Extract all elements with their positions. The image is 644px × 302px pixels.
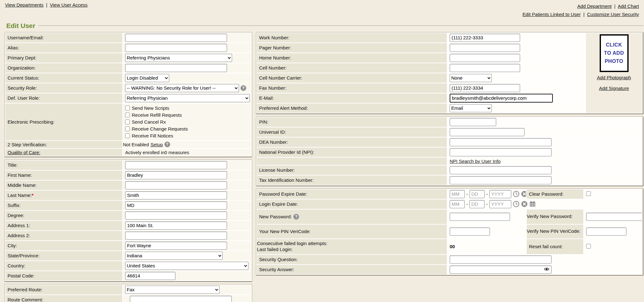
view-user-access-link[interactable]: View User Access [50, 2, 88, 8]
pin-input[interactable] [450, 118, 496, 126]
last-failed-login-label: Last failed Login: [257, 247, 447, 253]
alert-method-select[interactable]: Email [450, 104, 492, 112]
primary-dept-label: Primary Dept: [5, 53, 122, 63]
new-password-help-icon[interactable]: ? [293, 214, 299, 220]
clock-icon[interactable] [513, 201, 519, 207]
send-new-scripts-checkbox[interactable] [125, 106, 130, 110]
country-label: Country: [5, 261, 122, 271]
clear-date-icon[interactable] [521, 201, 528, 207]
pin-vericode-input[interactable] [450, 227, 490, 236]
receive-refill-requests-checkbox[interactable] [125, 113, 130, 117]
current-status-select[interactable]: Login Disabled [125, 74, 169, 82]
city-input[interactable] [125, 242, 227, 250]
address1-label: Address 1: [5, 221, 122, 230]
table-row: Quality of Care: Actively enrolled in0 m… [5, 149, 251, 156]
send-cancel-rx-checkbox[interactable] [125, 120, 130, 124]
alert-method-label: Preferred Alert Method: [257, 103, 447, 113]
receive-fill-notices-checkbox[interactable] [125, 133, 130, 138]
two-step-setup-link[interactable]: Setup [151, 142, 163, 147]
eye-icon[interactable] [544, 267, 549, 271]
receive-change-requests-checkbox[interactable] [125, 126, 130, 131]
email-label: E-Mail: [257, 93, 447, 103]
npi-search-link[interactable]: NPI Search by User Info [450, 159, 501, 164]
add-signature-link[interactable]: Add Signature [599, 86, 629, 91]
preferred-route-select[interactable]: Fax [125, 286, 219, 294]
email-input[interactable] [450, 94, 553, 103]
username-input[interactable] [125, 34, 227, 42]
top-right-links: Add Department | Add Chart Edit Patients… [523, 2, 639, 19]
organization-input[interactable] [125, 64, 227, 72]
login-expire-mm-input[interactable] [450, 200, 465, 208]
work-number-input[interactable] [450, 34, 520, 42]
customize-user-security-link[interactable]: Customize User Security [587, 12, 639, 17]
license-number-input[interactable] [450, 166, 552, 174]
add-department-link[interactable]: Add Department [577, 3, 612, 9]
edit-patients-linked-link[interactable]: Edit Patients Linked to User [523, 12, 581, 17]
npi-input[interactable] [450, 148, 552, 156]
dea-number-input[interactable] [450, 138, 552, 146]
verify-new-password-input[interactable] [586, 213, 642, 221]
universal-id-input[interactable] [450, 128, 525, 136]
middle-name-input[interactable] [125, 181, 227, 189]
fax-number-input[interactable] [450, 84, 520, 92]
cell-carrier-select[interactable]: None [450, 74, 492, 82]
alias-input[interactable] [125, 44, 227, 52]
table-row: Degree: [5, 211, 251, 220]
table-row: Tax Identification Number: [257, 176, 642, 185]
last-name-input[interactable] [125, 191, 227, 199]
verify-pin-vericode-input[interactable] [586, 227, 626, 236]
pager-number-input[interactable] [450, 44, 520, 52]
add-photograph-link[interactable]: Add Photograph [597, 75, 631, 80]
first-name-input[interactable] [125, 171, 227, 179]
clear-password-checkbox[interactable] [586, 191, 591, 196]
primary-dept-select[interactable]: Referring Physicians [125, 54, 232, 62]
security-role-help-icon[interactable]: ? [241, 85, 246, 91]
password-expire-mm-input[interactable] [450, 190, 465, 198]
address1-input[interactable] [125, 221, 227, 230]
new-password-input[interactable] [450, 213, 510, 221]
table-row: Country: United States [5, 261, 251, 271]
degree-input[interactable] [125, 211, 227, 220]
security-question-input[interactable] [450, 255, 552, 264]
table-row: Cell Number Carrier: None [257, 73, 642, 83]
tax-id-input[interactable] [450, 176, 552, 184]
license-number-label: License Number: [257, 165, 447, 175]
table-row: Address 1: [5, 221, 251, 230]
security-role-select[interactable]: -- WARNING: No Security Role for User! -… [125, 84, 239, 92]
table-row: Alias: [5, 43, 251, 53]
click-to-add-photo-box[interactable]: CLICK TO ADD PHOTO [600, 34, 629, 72]
home-number-input[interactable] [450, 54, 520, 62]
two-step-verification-label: 2 Step Verification: [5, 141, 122, 148]
electronic-prescribing-options: Send New Scripts Receive Refill Requests… [125, 104, 249, 140]
two-step-help-icon[interactable]: ? [164, 142, 170, 147]
login-expire-dd-input[interactable] [469, 200, 485, 208]
table-row: Password Expire Date: - - Clear Password… [257, 189, 642, 199]
table-row: Current Status: Login Disabled [5, 73, 251, 83]
reset-fail-count-checkbox[interactable] [586, 244, 591, 249]
state-province-select[interactable]: Indiana [125, 252, 223, 260]
cell-number-input[interactable] [450, 64, 520, 72]
route-comment-input[interactable] [130, 296, 232, 302]
clock-icon[interactable] [513, 191, 519, 197]
table-row: Security Question: [257, 255, 642, 264]
add-chart-link[interactable]: Add Chart [618, 3, 639, 9]
clear-date-icon[interactable] [521, 191, 526, 197]
postal-code-input[interactable] [125, 272, 175, 280]
suffix-input[interactable] [125, 201, 227, 210]
username-label: Username/Email: [5, 33, 122, 42]
view-departments-link[interactable]: View Departments [5, 2, 43, 8]
title-input[interactable] [125, 161, 227, 169]
link-separator: | [614, 3, 615, 9]
country-select[interactable]: United States [125, 262, 248, 270]
calendar-icon[interactable] [529, 201, 536, 207]
quality-of-care-link[interactable]: Quality of Care: [8, 150, 40, 155]
table-row: Home Number: [257, 53, 642, 63]
table-row: National Provider Id (NPI): [257, 148, 642, 157]
password-expire-yyyy-input[interactable] [489, 190, 511, 198]
def-user-role-select[interactable]: Referring Physician [125, 94, 250, 102]
password-expire-dd-input[interactable] [469, 190, 485, 198]
address2-input[interactable] [125, 232, 227, 240]
security-answer-input[interactable] [450, 266, 552, 274]
login-expire-yyyy-input[interactable] [489, 200, 511, 208]
table-row: Work Number: CLICK TO ADD PHOTO Add Phot… [257, 33, 642, 42]
